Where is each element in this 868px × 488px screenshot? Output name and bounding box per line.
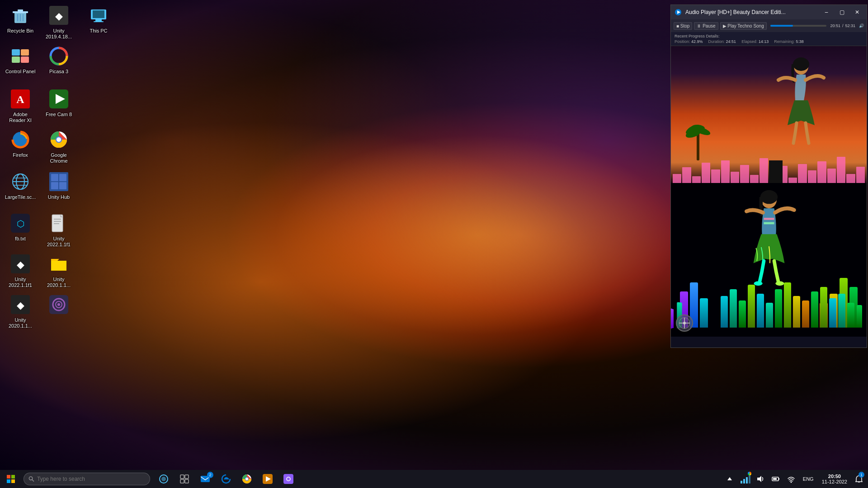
vis-bar — [740, 165, 749, 183]
bar3d — [748, 285, 755, 328]
vis-bar — [682, 167, 691, 183]
tray-language-button[interactable]: ENG — [799, 470, 817, 488]
svg-rect-73 — [7, 479, 10, 483]
taskbar-photo-app[interactable] — [278, 470, 298, 488]
search-input[interactable] — [37, 476, 145, 482]
battery-icon — [772, 475, 780, 483]
time-separator: / — [842, 23, 844, 28]
desktop-icon-largetile[interactable]: Unity Hub — [41, 171, 77, 200]
taskbar-edge-app[interactable] — [216, 470, 236, 488]
clock-date: 11-12-2022 — [822, 479, 847, 484]
language-label: ENG — [803, 476, 814, 482]
tray-expand-button[interactable] — [722, 470, 737, 488]
bar3d — [793, 296, 800, 328]
picasa3-icon — [48, 45, 70, 67]
stop-button[interactable]: ■ Stop — [674, 22, 692, 30]
bar3d — [721, 296, 728, 328]
svg-rect-31 — [51, 174, 58, 181]
desktop-icon-unity2020[interactable]: ◆ Unity2020.1.1... — [2, 294, 38, 329]
vis-bar — [711, 169, 720, 183]
search-bar[interactable] — [24, 473, 150, 485]
svg-rect-12 — [12, 49, 20, 56]
fb-txt-label: Unity 2022.1.1f1 — [41, 236, 77, 248]
cortana-button[interactable] — [154, 470, 174, 488]
progress-fill — [770, 25, 793, 27]
desktop-icon-fb-txt[interactable]: Unity 2022.1.1f1 — [41, 212, 77, 248]
audio-player-titlebar[interactable]: Audio Player [HD+] Beauty Dancer Editi..… — [671, 5, 867, 19]
time-current: 20:51 — [830, 23, 840, 28]
adobe-reader-icon: A — [9, 88, 31, 110]
windows-logo-icon — [7, 475, 15, 483]
desktop-icon-control-panel[interactable]: Control Panel — [2, 45, 38, 75]
progress-bar[interactable] — [770, 25, 827, 27]
this-pc-icon — [88, 5, 109, 26]
control-panel-label: Control Panel — [5, 69, 36, 75]
tray-wifi-button[interactable] — [784, 470, 798, 488]
largetile-icon — [48, 171, 70, 192]
minimize-button[interactable]: – — [821, 8, 832, 17]
stat-remaining: Remaining: 5:38 — [774, 39, 804, 44]
desktop-icon-firefox[interactable]: Firefox — [2, 129, 38, 158]
svg-rect-93 — [741, 481, 742, 483]
bar3d — [857, 305, 862, 328]
bar3d — [829, 298, 836, 328]
taskbar-media-app[interactable] — [258, 470, 278, 488]
bar3d — [820, 287, 827, 328]
vis-bar — [721, 160, 730, 183]
svg-rect-34 — [59, 182, 66, 189]
svg-text:◆: ◆ — [17, 300, 24, 311]
stat-position: Position: 42.9% — [675, 39, 703, 44]
svg-text:◆: ◆ — [17, 259, 24, 270]
svg-line-76 — [32, 479, 34, 481]
bar3d — [802, 300, 809, 328]
recycle-bin-icon — [9, 5, 31, 26]
wifi-icon — [787, 475, 795, 483]
3d-visualizer-bars — [671, 242, 867, 332]
desktop-icon-unity2022[interactable]: ◆ Unity2022.1.1f1 — [2, 253, 38, 288]
tray-volume-button[interactable] — [753, 470, 768, 488]
tray-network-activity[interactable] — [738, 470, 752, 488]
maximize-button[interactable]: ▢ — [836, 8, 848, 17]
notification-button[interactable]: 1 — [852, 470, 866, 488]
desktop-icon-network[interactable]: LargeTile.sc... — [2, 171, 38, 200]
desktop-icon-new-folder[interactable]: Unity 2020.1.1... — [41, 253, 77, 288]
compass-indicator — [675, 314, 693, 334]
bar3d — [757, 294, 764, 328]
start-button[interactable] — [0, 470, 22, 488]
svg-rect-80 — [185, 475, 189, 479]
tray-battery-button[interactable] — [769, 470, 783, 488]
desktop-icon-adobe-reader[interactable]: A AdobeReader XI — [2, 88, 38, 123]
pause-button[interactable]: ⏸ Pause — [694, 22, 718, 30]
desktop-icon-unity-hub[interactable]: ⬡ fb.txt — [2, 212, 38, 242]
desktop-icon-obs-studio[interactable] — [41, 294, 77, 317]
stat-elapsed: Elapsed: 14:13 — [741, 39, 769, 44]
desktop-icon-this-pc[interactable]: This PC — [80, 5, 117, 34]
svg-rect-63 — [764, 222, 774, 225]
task-view-button[interactable] — [175, 470, 194, 488]
play-button[interactable]: ▶ Play Techno Song — [720, 22, 767, 30]
audio-player-window: Audio Player [HD+] Beauty Dancer Editi..… — [670, 5, 867, 348]
desktop-icon-google-chrome[interactable]: GoogleChrome — [41, 129, 77, 164]
vis-bar — [673, 174, 681, 183]
unity2019-icon: ◆ — [48, 5, 70, 26]
desktop-icon-recycle-bin[interactable]: Recycle Bin — [2, 5, 38, 34]
desktop-icon-free-cam8[interactable]: Free Cam 8 — [41, 88, 77, 117]
svg-point-86 — [245, 478, 248, 480]
svg-rect-62 — [764, 218, 774, 220]
taskbar-chrome-app[interactable] — [237, 470, 257, 488]
svg-point-24 — [57, 137, 61, 142]
firefox-icon — [9, 129, 31, 150]
clock-area[interactable]: 20:50 11-12-2022 — [818, 470, 851, 488]
taskbar-mail-app[interactable]: 2 — [195, 470, 215, 488]
svg-rect-82 — [185, 479, 189, 483]
vis-bar — [692, 176, 701, 183]
taskbar-pinned-apps: 2 — [154, 470, 298, 488]
close-button[interactable]: ✕ — [851, 8, 863, 17]
desktop-icon-unity2019[interactable]: ◆ Unity2019.4.18... — [41, 5, 77, 40]
desktop-icon-picasa3[interactable]: Picasa 3 — [41, 45, 77, 75]
notification-count: 1 — [859, 472, 864, 478]
svg-point-50 — [57, 303, 60, 306]
svg-rect-72 — [11, 475, 15, 479]
vis-bar — [846, 174, 855, 183]
building-silhouette — [769, 160, 783, 183]
